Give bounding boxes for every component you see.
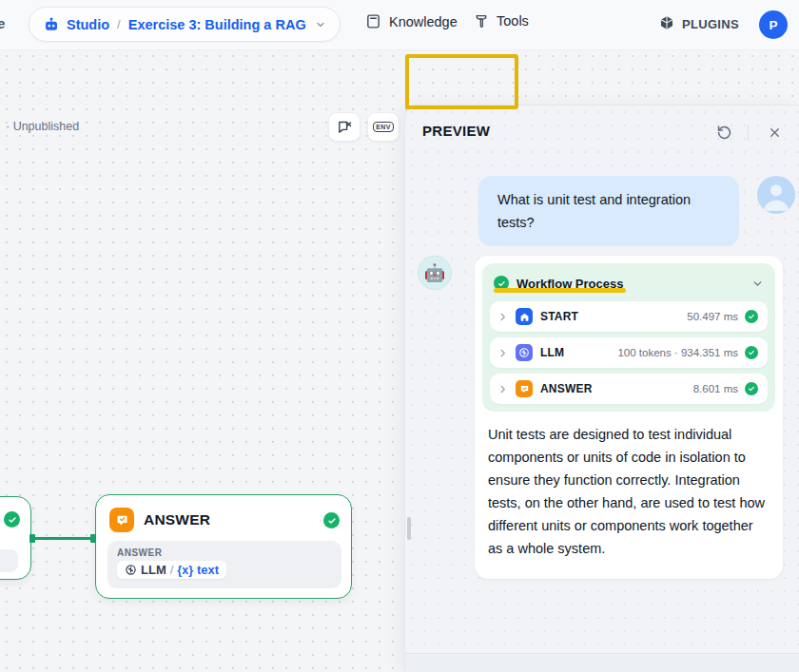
app-window: e Studio / Exercise 3: Building a RAG Kn… <box>0 0 799 672</box>
knowledge-icon <box>365 13 381 29</box>
start-node-icon <box>516 308 533 325</box>
bot-message-card: Workflow Process START 50.497 ms <box>475 256 783 579</box>
nav-item-plugins[interactable]: PLUGINS <box>659 15 739 33</box>
publish-status-label: · Unpublished <box>6 120 79 133</box>
answer-node-body: ANSWER LLM / {x} text <box>107 541 341 588</box>
chat-variable-button[interactable] <box>328 112 361 142</box>
nav-knowledge-label: Knowledge <box>389 14 458 29</box>
plugins-package-icon <box>659 15 674 33</box>
chevron-right-icon[interactable] <box>497 384 508 394</box>
step-success-check-icon <box>745 382 758 395</box>
chat-bubble-x-icon <box>337 119 353 135</box>
chevron-down-icon[interactable] <box>315 19 326 30</box>
user-message-bubble: What is unit test and integration tests? <box>478 176 739 246</box>
node-section-stub <box>0 549 18 572</box>
breadcrumb-separator: / <box>117 17 121 31</box>
step-success-check-icon <box>745 346 758 359</box>
workflow-success-check-icon <box>494 276 509 291</box>
workflow-step-answer[interactable]: ANSWER 8.601 ms <box>490 374 768 404</box>
chevron-right-icon[interactable] <box>497 348 508 358</box>
tools-hammer-icon <box>474 13 489 29</box>
answer-node-title: ANSWER <box>144 511 210 528</box>
workflow-step-llm[interactable]: LLM 100 tokens · 934.351 ms <box>490 337 768 368</box>
header-divider <box>748 125 749 141</box>
step-name: ANSWER <box>540 382 593 395</box>
step-success-check-icon <box>745 310 758 323</box>
top-nav-bar: e Studio / Exercise 3: Building a RAG Kn… <box>0 0 799 50</box>
step-meta: 100 tokens · 934.351 ms <box>617 347 738 358</box>
node-success-check-icon <box>323 512 340 528</box>
llm-node-icon <box>516 344 533 361</box>
edge-source-handle[interactable] <box>29 534 35 543</box>
step-meta: 50.497 ms <box>687 311 738 322</box>
node-success-check-icon <box>4 511 20 528</box>
step-meta: 8.601 ms <box>693 383 738 394</box>
step-name: LLM <box>540 346 564 359</box>
variable-braces-icon: {x} <box>177 564 193 577</box>
breadcrumb[interactable]: Studio / Exercise 3: Building a RAG <box>29 7 341 42</box>
answer-node-icon <box>516 380 533 397</box>
edge-llm-to-answer <box>31 537 95 540</box>
variable-ref-separator: / <box>170 563 174 577</box>
breadcrumb-studio[interactable]: Studio <box>67 17 109 32</box>
llm-node-ref-icon <box>125 564 137 576</box>
user-chat-avatar <box>757 176 795 214</box>
step-name: START <box>540 310 578 323</box>
clipped-nav-item[interactable]: e <box>0 15 5 31</box>
bot-answer-text: Unit tests are designed to test individu… <box>482 412 775 571</box>
workflow-node-partial[interactable] <box>0 496 31 580</box>
answer-node-header: ANSWER <box>109 508 210 532</box>
edge-target-handle[interactable] <box>90 534 96 543</box>
nav-item-tools[interactable]: Tools <box>474 13 529 29</box>
answer-section-label: ANSWER <box>117 547 332 558</box>
panel-resize-handle[interactable] <box>407 517 411 540</box>
workflow-process-header[interactable]: Workflow Process <box>490 271 768 296</box>
nav-item-knowledge[interactable]: Knowledge <box>365 13 458 29</box>
preview-panel: PREVIEW What is unit test and integratio… <box>404 105 799 672</box>
panel-footer-band <box>405 653 799 672</box>
chevron-down-icon[interactable] <box>751 278 764 290</box>
robot-app-icon <box>43 16 60 33</box>
environment-variables-button[interactable]: ENV <box>367 112 400 142</box>
answer-node-icon <box>109 508 134 532</box>
variable-ref-node-name: LLM <box>141 563 166 577</box>
workflow-node-answer[interactable]: ANSWER ANSWER LLM / {x} text <box>95 494 352 599</box>
nav-plugins-label: PLUGINS <box>682 17 739 31</box>
user-avatar-button[interactable]: P <box>759 10 788 39</box>
preview-panel-title: PREVIEW <box>422 123 490 139</box>
variable-reference-pill[interactable]: LLM / {x} text <box>117 561 226 579</box>
nav-tools-label: Tools <box>497 13 529 29</box>
chevron-right-icon[interactable] <box>497 312 508 322</box>
workflow-process-title: Workflow Process <box>516 277 623 291</box>
env-icon: ENV <box>373 122 393 132</box>
bot-avatar: 🤖 <box>418 256 452 290</box>
workflow-step-start[interactable]: START 50.497 ms <box>490 301 768 332</box>
breadcrumb-app-title[interactable]: Exercise 3: Building a RAG <box>128 17 306 32</box>
workflow-process-panel[interactable]: Workflow Process START 50.497 ms <box>482 263 775 412</box>
restart-conversation-icon[interactable] <box>715 124 733 142</box>
close-icon[interactable] <box>768 125 782 140</box>
variable-ref-name: text <box>197 563 219 577</box>
